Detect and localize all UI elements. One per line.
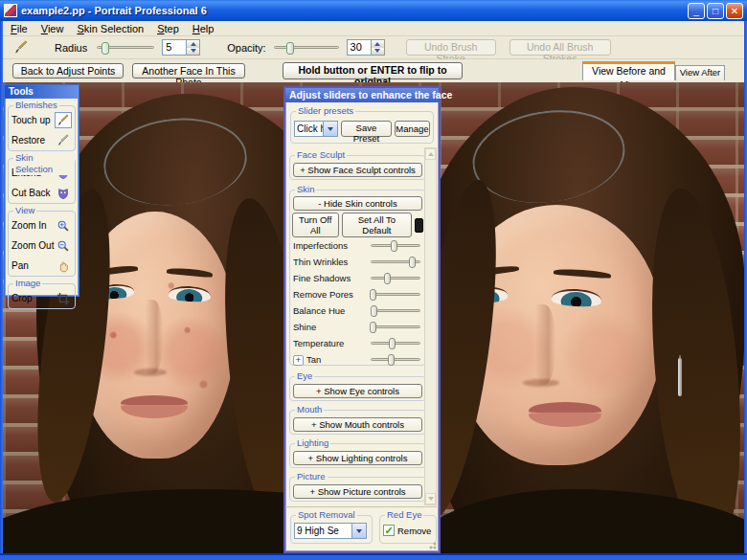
radius-slider-thumb[interactable]	[102, 42, 109, 55]
tools-panel: Tools Blemishes Touch up Restore Skin	[4, 84, 79, 297]
scroll-up-icon[interactable]	[425, 148, 436, 160]
skin-label: Skin	[295, 184, 316, 195]
opacity-label: Opacity:	[227, 42, 265, 54]
set-all-to-default-button[interactable]: Set All To Default	[342, 213, 413, 237]
opacity-up-icon[interactable]	[372, 40, 384, 48]
show-lighting-controls-button[interactable]: + Show Lighting controls	[293, 451, 422, 465]
opacity-slider[interactable]	[274, 46, 339, 49]
iris	[176, 288, 203, 302]
group-skin-selection: Skin Selection Extend Cut Back	[8, 158, 76, 204]
turn-off-all-button[interactable]: Turn Off All	[292, 213, 339, 237]
minimize-button[interactable]: _	[688, 3, 705, 19]
radius-slider[interactable]	[97, 46, 154, 49]
hand-icon[interactable]	[55, 258, 72, 274]
save-preset-button[interactable]: Save Preset	[341, 121, 392, 137]
opacity-down-icon[interactable]	[372, 48, 384, 56]
skin-extra-button[interactable]	[415, 218, 423, 233]
fine-shadows-slider[interactable]	[371, 277, 420, 280]
radius-value[interactable]: 5	[162, 39, 187, 56]
group-blemishes-label: Blemishes	[13, 100, 59, 111]
scroll-down-icon[interactable]	[425, 493, 436, 504]
red-eye-checkbox-label: Remove	[397, 526, 431, 536]
spot-removal-dropdown-arrow-icon[interactable]	[351, 524, 366, 538]
tan-slider[interactable]	[371, 358, 420, 361]
spot-removal-dropdown[interactable]: 9 High Se	[294, 523, 367, 539]
picture-label: Picture	[295, 471, 328, 482]
restore-brush-icon[interactable]	[55, 132, 72, 148]
remove-pores-slider[interactable]	[371, 293, 420, 296]
radius-spinner[interactable]: 5	[162, 39, 200, 56]
lip-bottom	[121, 405, 188, 418]
close-button[interactable]: ✕	[726, 3, 743, 19]
tool-zoom-in[interactable]: Zoom In	[9, 215, 75, 235]
manage-presets-button[interactable]: Manage	[395, 121, 430, 137]
touch-up-brush-icon[interactable]	[55, 112, 72, 128]
app-window: example2.pp - Portrait Professional 6 _ …	[0, 0, 747, 560]
menu-view[interactable]: View	[35, 22, 70, 35]
group-blemishes: Blemishes Touch up Restore	[8, 105, 76, 151]
menu-skin-selection[interactable]: Skin Selection	[71, 22, 149, 35]
menu-help[interactable]: Help	[187, 22, 220, 35]
tool-pan[interactable]: Pan	[9, 256, 75, 276]
menu-bar: File View Skin Selection Step Help	[3, 21, 744, 36]
tool-restore[interactable]: Restore	[9, 130, 75, 150]
maximize-button[interactable]: □	[707, 3, 724, 19]
mouth-label: Mouth	[295, 404, 324, 415]
back-to-adjust-points-button[interactable]: Back to Adjust Points	[12, 63, 124, 78]
red-eye-checkbox[interactable]: ✓	[383, 525, 395, 536]
adjust-scroll-area: Face Sculpt + Show Face Sculpt controls …	[288, 147, 427, 505]
face-sculpt-label: Face Sculpt	[295, 149, 347, 161]
tool-touch-up[interactable]: Touch up	[9, 110, 75, 130]
tool-zoom-out[interactable]: Zoom Out	[9, 235, 75, 256]
crop-icon[interactable]	[55, 290, 72, 306]
slider-temperature: Temperature	[290, 335, 425, 351]
radius-label: Radius	[55, 42, 87, 54]
tab-view-before-and-after[interactable]: View Before and After	[582, 61, 675, 80]
mask-cut-back-icon[interactable]	[55, 185, 72, 201]
flip-to-original-button[interactable]: Hold button or ENTER to flip to original	[283, 62, 463, 79]
tan-expander-icon[interactable]: +	[293, 355, 304, 366]
nose-tip	[523, 379, 559, 387]
menu-step[interactable]: Step	[151, 22, 185, 35]
balance-hue-slider[interactable]	[371, 309, 420, 312]
skin-section: Skin - Hide Skin controls Turn Off All S…	[289, 190, 426, 366]
lips	[121, 395, 188, 418]
show-eye-controls-button[interactable]: + Show Eye controls	[293, 384, 422, 398]
adjust-panel-title[interactable]: Adjust sliders to enhance the face	[285, 88, 439, 102]
menu-file[interactable]: File	[5, 22, 34, 35]
show-mouth-controls-button[interactable]: + Show Mouth controls	[293, 417, 422, 432]
preset-dropdown[interactable]: Click h	[294, 121, 338, 137]
slider-presets-label: Slider presets	[296, 105, 355, 117]
tools-panel-title[interactable]: Tools	[5, 85, 79, 99]
resize-grip[interactable]	[426, 539, 438, 550]
shine-slider[interactable]	[371, 325, 420, 328]
thin-wrinkles-slider[interactable]	[371, 260, 420, 263]
hide-skin-controls-button[interactable]: - Hide Skin controls	[293, 196, 422, 211]
tab-view-after-only[interactable]: View After only	[675, 65, 725, 80]
radius-up-icon[interactable]	[187, 40, 199, 48]
zoom-out-icon[interactable]	[55, 237, 72, 254]
radius-down-icon[interactable]	[187, 48, 199, 56]
group-image-label: Image	[13, 278, 42, 289]
undo-brush-stroke-button[interactable]: Undo Brush Stroke	[406, 39, 496, 56]
photo-after[interactable]	[439, 82, 744, 553]
bottom-divider	[285, 506, 439, 507]
zoom-in-icon[interactable]	[55, 217, 72, 234]
opacity-slider-thumb[interactable]	[286, 42, 294, 55]
temperature-slider[interactable]	[371, 342, 420, 345]
show-picture-controls-button[interactable]: + Show Picture controls	[293, 484, 422, 499]
adjust-scrollbar[interactable]	[424, 147, 437, 505]
preset-dropdown-arrow-icon[interactable]	[323, 122, 337, 136]
undo-all-brush-strokes-button[interactable]: Undo All Brush Strokes	[509, 39, 611, 56]
tool-crop[interactable]: Crop	[9, 288, 75, 308]
opacity-spinner[interactable]: 30	[347, 39, 385, 56]
lighting-section: Lighting + Show Lighting controls	[289, 443, 426, 468]
imperfections-slider[interactable]	[371, 244, 420, 247]
another-face-button[interactable]: Another Face In This Photo	[132, 63, 245, 78]
face-sculpt-section: Face Sculpt + Show Face Sculpt controls	[289, 155, 426, 180]
opacity-value[interactable]: 30	[347, 39, 372, 56]
show-face-sculpt-button[interactable]: + Show Face Sculpt controls	[293, 163, 422, 177]
tool-cut-back[interactable]: Cut Back	[9, 183, 75, 203]
picture-section: Picture + Show Picture controls	[289, 477, 426, 502]
title-bar[interactable]: example2.pp - Portrait Professional 6 _ …	[0, 0, 747, 21]
